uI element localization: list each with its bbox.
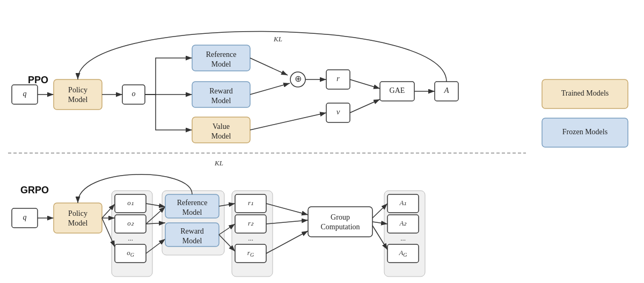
grpo-gc-label2: Computation: [320, 223, 360, 231]
ppo-reference-label2: Model: [211, 60, 231, 68]
arrow-o-value: [145, 95, 192, 130]
ppo-policy-model-box: [54, 79, 102, 110]
ppo-label: PPO: [28, 75, 48, 85]
ppo-reward-label2: Model: [211, 97, 231, 105]
ppo-reference-label1: Reference: [206, 50, 237, 59]
arrow-v-gae: [350, 99, 380, 113]
grpo-a2-label: A₂: [399, 219, 407, 227]
arrow-reference-plus: [250, 58, 288, 75]
arrow-reward-plus: [250, 83, 290, 95]
ppo-gae-label: GAE: [390, 86, 405, 95]
ppo-o-label: o: [132, 90, 136, 98]
grpo-reward-label1: Reward: [180, 227, 204, 235]
grpo-reference-label2: Model: [182, 208, 202, 216]
ppo-reward-label1: Reward: [209, 87, 233, 95]
arrow-value-v: [250, 113, 326, 130]
grpo-kl-label: KL: [214, 159, 223, 167]
grpo-policy-model-box: [54, 203, 102, 233]
ppo-v-label: v: [336, 107, 340, 116]
legend-trained-label: Trained Models: [561, 89, 609, 97]
ppo-a-label: A: [443, 86, 449, 95]
grpo-policy-label2: Model: [68, 219, 88, 227]
grpo-gc-label1: Group: [331, 213, 350, 221]
ppo-kl-label: KL: [273, 35, 282, 43]
grpo-dots-o: ...: [128, 234, 133, 242]
grpo-r1-label: r₁: [248, 199, 253, 207]
ppo-policy-model-label1: Policy: [68, 86, 87, 94]
arrow-a-policy-feedback: [78, 31, 447, 82]
grpo-r2-label: r₂: [248, 219, 254, 227]
diagram-container: PPO q Policy Model o Reference Model Rew…: [0, 0, 644, 283]
ppo-r-label: r: [336, 74, 340, 83]
grpo-reference-label1: Reference: [177, 199, 208, 207]
ppo-plus-symbol: ⊕: [295, 74, 302, 83]
grpo-label: GRPO: [20, 185, 49, 195]
grpo-dots-r: ...: [248, 234, 253, 242]
arrow-o-reference: [145, 58, 192, 95]
grpo-reward-label2: Model: [182, 237, 202, 245]
grpo-policy-label1: Policy: [68, 209, 87, 217]
grpo-o1-label: o₁: [127, 199, 134, 207]
grpo-q-label: q: [23, 213, 27, 221]
legend-frozen-label: Frozen Models: [562, 128, 608, 136]
ppo-policy-model-label2: Model: [68, 96, 88, 104]
grpo-dots-a: ...: [400, 234, 406, 242]
grpo-group-computation-box: [308, 207, 372, 237]
ppo-value-label2: Model: [211, 132, 231, 140]
arrow-r-gae: [350, 79, 380, 89]
grpo-o2-label: o₂: [127, 219, 134, 227]
grpo-a1-label: A₁: [399, 199, 407, 207]
ppo-q-label: q: [23, 90, 27, 98]
ppo-value-label1: Value: [213, 122, 230, 130]
